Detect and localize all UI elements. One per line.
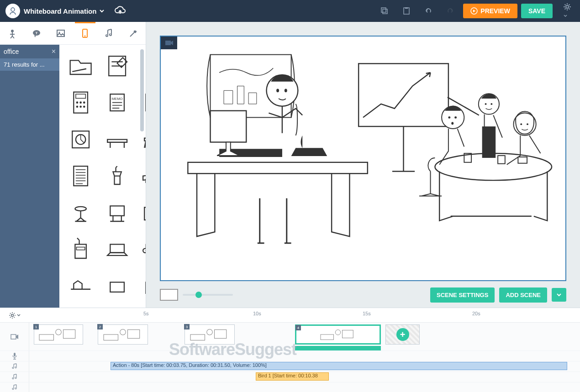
copy-button[interactable] (375, 0, 394, 22)
prop-misc-1[interactable] (63, 269, 98, 304)
add-scene-button[interactable]: ADD SCENE (499, 287, 547, 303)
music-track-1[interactable]: Action - 80s [Start time: 00:03.75, Dura… (29, 361, 580, 371)
svg-point-61 (527, 123, 528, 125)
svg-point-60 (520, 123, 522, 125)
svg-point-58 (490, 103, 492, 105)
prop-document[interactable] (63, 159, 98, 194)
svg-rect-81 (14, 353, 16, 356)
gear-icon (9, 312, 16, 319)
svg-point-57 (485, 103, 487, 105)
save-button[interactable]: SAVE (521, 4, 553, 18)
timeline-row-music-2: Bird 1 [Start time: 00:10.38 (0, 372, 580, 382)
timeline-ruler[interactable]: 5s 10s 15s 20s (29, 308, 580, 323)
svg-point-18 (76, 102, 78, 104)
prop-piechart[interactable] (63, 122, 98, 157)
timeline-row-voiceover (0, 351, 580, 361)
add-scene-plus-icon[interactable]: + (396, 328, 409, 341)
search-field[interactable]: office × (0, 45, 59, 58)
timeline-header: 5s 10s 15s 20s (0, 308, 580, 323)
settings-button[interactable] (560, 0, 575, 22)
clear-search-icon[interactable]: × (52, 47, 56, 56)
svg-point-73 (120, 329, 126, 335)
svg-point-79 (335, 330, 340, 335)
tab-characters[interactable] (0, 22, 24, 44)
prop-office-chair[interactable] (63, 195, 98, 230)
scene-artwork (161, 37, 565, 270)
scene-settings-button[interactable]: SCENE SETTINGS (430, 287, 495, 303)
svg-rect-38 (143, 248, 146, 252)
scene-number: 1 (33, 324, 39, 329)
add-scene-slot[interactable]: + (385, 324, 420, 345)
scene-clip[interactable]: 1 (34, 324, 83, 345)
svg-rect-37 (111, 244, 125, 252)
voiceover-track[interactable] (29, 351, 580, 361)
prop-desk-small[interactable] (100, 122, 135, 157)
tab-props[interactable] (73, 22, 97, 44)
scene-number: 3 (184, 324, 190, 329)
search-results-panel: office × 71 results for ... MEMO (0, 45, 146, 308)
svg-rect-71 (63, 330, 75, 339)
scene-clip[interactable]: 4 (295, 324, 381, 345)
prop-misc-3[interactable] (137, 269, 146, 304)
tab-music[interactable] (97, 22, 121, 44)
paste-button[interactable] (397, 0, 416, 22)
cloud-upload-button[interactable] (114, 5, 127, 17)
svg-rect-68 (11, 335, 16, 339)
add-scene-dropdown[interactable] (552, 288, 566, 302)
timeline-settings-button[interactable] (0, 312, 29, 319)
svg-rect-78 (321, 335, 334, 340)
main-content: T office × 71 results for ... (0, 22, 580, 308)
svg-rect-80 (343, 330, 353, 338)
scene-clip[interactable]: 2 (98, 324, 148, 345)
prop-speaker-podium[interactable] (63, 232, 98, 267)
mic-track-icon (0, 351, 29, 361)
project-title-dropdown[interactable]: Whiteboard Animation (24, 7, 105, 15)
scene-clip[interactable]: 3 (185, 324, 235, 345)
timeline: 5s 10s 15s 20s 1234+ Action - 80s [Start… (0, 308, 580, 392)
prop-bench[interactable] (137, 159, 146, 194)
search-column: office × 71 results for ... (0, 45, 59, 308)
canvas-toolbar: SCENE SETTINGS ADD SCENE (160, 286, 566, 304)
prop-conveyor[interactable] (137, 232, 146, 267)
undo-button[interactable] (419, 0, 438, 22)
svg-rect-36 (76, 247, 84, 250)
audio-clip-action[interactable]: Action - 80s [Start time: 00:03.75, Dura… (111, 362, 567, 370)
props-scrollbar[interactable] (140, 49, 144, 131)
tab-text[interactable]: T (24, 22, 48, 44)
caret-down-icon (564, 14, 567, 18)
svg-rect-77 (215, 330, 227, 339)
preview-button[interactable]: PREVIEW (463, 4, 517, 18)
svg-rect-50 (211, 111, 247, 142)
prop-memo[interactable]: MEMO (100, 85, 135, 120)
ruler-tick: 20s (472, 311, 480, 316)
prop-folder[interactable] (63, 48, 98, 84)
canvas-thumbnail-toggle[interactable] (160, 289, 178, 301)
music-track-3[interactable] (29, 382, 580, 392)
music-track-2[interactable]: Bird 1 [Start time: 00:10.38 (29, 372, 580, 382)
svg-rect-66 (482, 126, 496, 158)
svg-point-70 (56, 329, 62, 335)
prop-misc-2[interactable] (100, 269, 135, 304)
audio-clip-bird[interactable]: Bird 1 [Start time: 00:10.38 (256, 372, 329, 381)
prop-laptop[interactable] (100, 232, 135, 267)
svg-rect-29 (74, 167, 88, 186)
zoom-handle[interactable] (195, 292, 202, 298)
prop-tv-stand[interactable] (100, 195, 135, 230)
svg-rect-51 (359, 63, 448, 126)
redo-button[interactable] (441, 0, 459, 22)
prop-podium[interactable] (100, 159, 135, 194)
prop-notepad[interactable] (100, 48, 135, 84)
svg-point-13 (84, 35, 86, 37)
zoom-slider[interactable] (183, 294, 233, 296)
tab-image[interactable] (48, 22, 73, 44)
gear-icon (563, 2, 572, 11)
prop-microwave[interactable] (137, 195, 146, 230)
svg-point-7 (11, 30, 14, 32)
svg-rect-43 (111, 282, 125, 292)
scenes-track[interactable]: 1234+ (29, 323, 580, 350)
props-grid[interactable]: MEMO (59, 45, 146, 308)
canvas[interactable] (160, 36, 566, 281)
prop-calculator[interactable] (63, 85, 98, 120)
tab-effects[interactable] (121, 22, 146, 44)
svg-rect-2 (381, 8, 386, 12)
